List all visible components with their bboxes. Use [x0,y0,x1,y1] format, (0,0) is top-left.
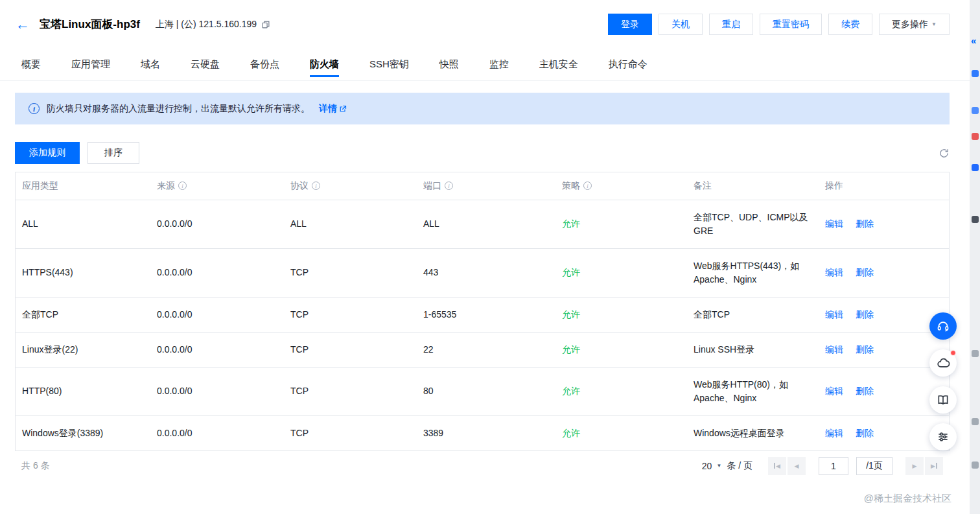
edit-link[interactable]: 编辑 [825,428,843,438]
header-action-button[interactable]: 续费 [828,14,872,35]
first-page-icon: ◀ [776,463,780,469]
watermark: @稀土掘金技术社区 [864,493,951,505]
edit-link[interactable]: 编辑 [825,267,843,277]
column-label: 协议 [290,180,309,192]
tab-item[interactable]: 域名 [141,49,160,80]
header-action-button[interactable]: 重启 [709,14,753,35]
cell-source: 0.0.0.0/0 [150,297,284,332]
edge-icon[interactable] [972,164,979,171]
edit-link[interactable]: 编辑 [825,218,843,229]
table-column-header: 端口 i [417,172,555,200]
info-icon[interactable]: i [583,181,592,190]
banner-text: 防火墙只对服务器的入流量进行控制，出流量默认允许所有请求。 [47,103,310,115]
edit-link[interactable]: 编辑 [825,386,843,396]
cell-source: 0.0.0.0/0 [150,200,284,248]
sort-button[interactable]: 排序 [88,142,139,164]
edge-icon[interactable] [972,418,979,425]
preferences-button[interactable] [929,423,957,450]
instance-location-ip: 上海 | (公) 121.5.160.199 [156,19,257,30]
tab-item[interactable]: SSH密钥 [369,49,409,80]
next-page-icon: ▶ [913,463,917,469]
info-icon[interactable]: i [178,181,187,190]
firewall-rule-row: 全部TCP 0.0.0.0/0 TCP 1-65535 允许 全部TCP 编辑 … [16,297,949,332]
edit-link[interactable]: 编辑 [825,344,843,355]
tab-item[interactable]: 云硬盘 [191,49,220,80]
banner-detail-link[interactable]: 详情 [319,103,347,115]
cell-protocol: TCP [284,367,417,415]
column-label: 应用类型 [22,180,58,192]
firewall-rule-row: HTTPS(443) 0.0.0.0/0 TCP 443 允许 Web服务HTT… [16,248,949,297]
floating-toolbar [929,312,957,450]
cell-port: 3389 [417,415,555,450]
edge-icon[interactable] [972,216,979,223]
add-rule-button[interactable]: 添加规则 [15,142,80,164]
firewall-rule-row: Windows登录(3389) 0.0.0.0/0 TCP 3389 允许 Wi… [16,415,949,450]
current-page-input[interactable]: 1 [819,457,848,475]
refresh-button[interactable] [939,148,950,159]
customer-service-button[interactable] [929,312,957,340]
header-action-button[interactable]: 登录 [608,14,652,35]
edge-icon[interactable] [972,107,979,114]
header-action-button[interactable]: 关机 [659,14,703,35]
feedback-button[interactable] [929,349,957,377]
copy-icon[interactable] [261,20,270,29]
tab-item[interactable]: 主机安全 [539,49,578,80]
table-column-header: 操作 [819,172,949,200]
per-page-label: 条 / 页 [727,460,752,472]
delete-link[interactable]: 删除 [856,428,874,438]
firewall-rule-row: HTTP(80) 0.0.0.0/0 TCP 80 允许 Web服务HTTP(8… [16,367,949,415]
tab-label: 备份点 [250,58,279,71]
documentation-button[interactable] [929,386,957,414]
cell-protocol: TCP [284,297,417,332]
delete-link[interactable]: 删除 [856,386,874,396]
last-page-icon: ▶ [931,463,935,469]
edge-icon[interactable] [972,70,979,77]
tab-item[interactable]: 快照 [439,49,459,80]
delete-link[interactable]: 删除 [856,267,874,277]
cell-note: 全部TCP、UDP、ICMP以及GRE [687,200,819,248]
delete-link[interactable]: 删除 [856,344,874,355]
cell-app-type: ALL [16,200,150,248]
tab-item[interactable]: 执行命令 [609,49,648,80]
tab-item[interactable]: 防火墙 [310,49,339,80]
tab-label: 云硬盘 [191,58,220,71]
info-icon[interactable]: i [312,181,320,190]
edge-icon[interactable] [972,461,979,469]
collapse-panel-icon[interactable]: « [971,35,976,46]
header-action-label: 重启 [722,19,740,30]
chevron-down-icon: ▼ [931,21,937,27]
delete-link[interactable]: 删除 [856,218,874,229]
back-button[interactable]: ← [16,16,30,33]
tab-item[interactable]: 应用管理 [71,49,110,80]
next-page-button[interactable]: ▶ [905,457,924,475]
cell-note: 全部TCP [687,297,819,332]
table-column-header: 备注 [687,172,819,200]
cell-source: 0.0.0.0/0 [150,332,284,367]
header-action-button[interactable]: 重置密码 [760,14,822,35]
cell-protocol: TCP [284,415,417,450]
firewall-rule-row: ALL 0.0.0.0/0 ALL ALL 允许 全部TCP、UDP、ICMP以… [16,200,949,248]
cell-note: Web服务HTTP(80)，如Apache、Nginx [687,367,819,415]
info-icon[interactable]: i [445,181,453,190]
edit-link[interactable]: 编辑 [825,309,843,320]
tab-item[interactable]: 备份点 [250,49,279,80]
total-count: 共 6 条 [21,460,50,472]
page-size-select[interactable]: 20 ▼ [702,461,722,471]
prev-page-button[interactable]: ◀ [788,457,806,475]
header-action-label: 更多操作 [892,19,928,30]
delete-link[interactable]: 删除 [856,309,874,320]
cell-note: Windows远程桌面登录 [687,415,819,450]
cell-policy: 允许 [555,248,687,297]
tab-item[interactable]: 监控 [489,49,509,80]
table-column-header: 策略 i [555,172,687,200]
tab-item[interactable]: 概要 [21,49,41,80]
header-action-button[interactable]: 更多操作 ▼ [879,14,950,35]
last-page-button[interactable]: ▶ [925,457,943,475]
edge-icon[interactable] [972,350,979,357]
instance-header: ← 宝塔Linux面板-hp3f 上海 | (公) 121.5.160.199 … [0,0,980,49]
column-label: 策略 [562,180,580,192]
cell-actions: 编辑 删除 [819,200,949,248]
first-page-button[interactable]: ◀ [768,457,786,475]
cell-app-type: HTTPS(443) [16,248,150,297]
edge-icon[interactable] [972,133,979,140]
